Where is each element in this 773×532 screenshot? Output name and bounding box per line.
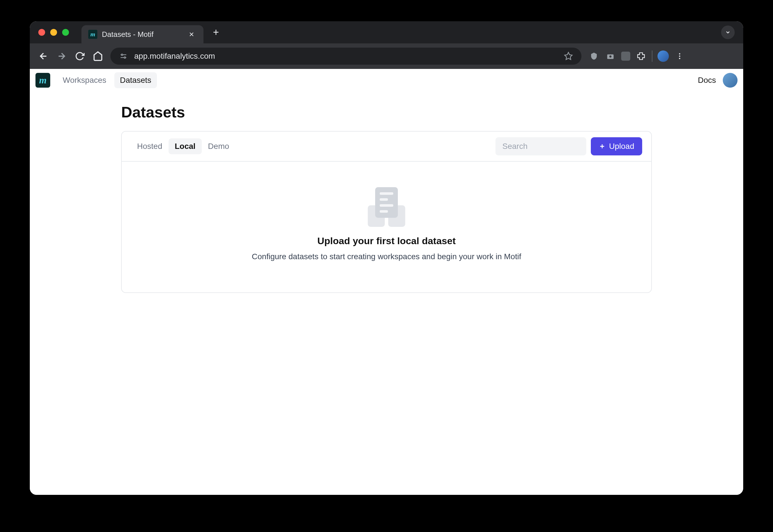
docs-link[interactable]: Docs — [698, 76, 716, 85]
datasets-panel: Hosted Local Demo Upload — [121, 131, 652, 293]
arrow-right-icon — [56, 51, 67, 61]
toolbar-divider — [652, 50, 652, 62]
close-tab-icon[interactable]: × — [187, 29, 195, 39]
back-button[interactable] — [38, 50, 49, 62]
extension-2[interactable] — [605, 50, 616, 62]
browser-tab[interactable]: m Datasets - Motif × — [81, 25, 203, 43]
camera-icon — [606, 52, 615, 60]
window-controls — [35, 29, 75, 36]
primary-nav: Workspaces Datasets — [57, 72, 157, 88]
tab-hosted[interactable]: Hosted — [131, 138, 168, 154]
user-avatar[interactable] — [723, 73, 738, 88]
extension-3[interactable] — [621, 52, 630, 61]
shield-icon — [590, 52, 598, 60]
browser-profile-avatar[interactable] — [658, 50, 669, 62]
app-header: m Workspaces Datasets Docs — [30, 69, 743, 92]
maximize-window-button[interactable] — [62, 29, 69, 36]
empty-state-icon — [366, 187, 407, 227]
minimize-window-button[interactable] — [50, 29, 57, 36]
upload-button-label: Upload — [609, 142, 634, 151]
empty-state: Upload your first local dataset Configur… — [122, 162, 651, 292]
empty-state-description: Configure datasets to start creating wor… — [252, 252, 521, 261]
search-input[interactable] — [496, 137, 586, 155]
more-vertical-icon — [676, 52, 684, 60]
nav-workspaces[interactable]: Workspaces — [57, 72, 112, 88]
page-title: Datasets — [121, 103, 652, 121]
extensions-button[interactable] — [635, 50, 647, 62]
bookmark-button[interactable] — [563, 51, 574, 61]
svg-point-5 — [124, 57, 126, 58]
tab-title: Datasets - Motif — [102, 30, 183, 39]
browser-tab-bar: m Datasets - Motif × + — [30, 21, 743, 43]
browser-menu-button[interactable] — [674, 50, 685, 62]
extension-1[interactable] — [588, 50, 600, 62]
address-bar[interactable]: app.motifanalytics.com — [110, 48, 582, 65]
site-info-icon[interactable] — [118, 51, 128, 61]
svg-point-11 — [679, 58, 681, 59]
arrow-left-icon — [38, 51, 49, 61]
reload-button[interactable] — [74, 50, 85, 62]
svg-point-4 — [121, 54, 123, 56]
forward-button[interactable] — [56, 50, 67, 62]
tune-icon — [119, 52, 128, 60]
home-icon — [93, 51, 103, 61]
svg-point-8 — [609, 56, 612, 58]
tab-list-button[interactable] — [721, 26, 735, 39]
svg-marker-6 — [565, 52, 572, 60]
close-window-button[interactable] — [38, 29, 45, 36]
new-tab-button[interactable]: + — [211, 26, 220, 38]
chevron-down-icon — [725, 29, 731, 35]
filter-tabs: Hosted Local Demo — [131, 138, 235, 154]
panel-header: Hosted Local Demo Upload — [122, 132, 651, 162]
svg-point-10 — [679, 56, 681, 57]
browser-toolbar: app.motifanalytics.com — [30, 43, 743, 69]
tab-favicon-icon: m — [88, 30, 97, 39]
browser-window: m Datasets - Motif × + app.motifanalytic… — [30, 21, 743, 495]
url-text: app.motifanalytics.com — [134, 52, 558, 61]
tab-demo[interactable]: Demo — [202, 138, 235, 154]
puzzle-icon — [637, 52, 646, 61]
home-button[interactable] — [92, 50, 104, 62]
app-logo[interactable]: m — [35, 73, 50, 88]
nav-datasets[interactable]: Datasets — [114, 72, 157, 88]
app-content: m Workspaces Datasets Docs Datasets Host… — [30, 69, 743, 495]
reload-icon — [75, 51, 85, 61]
tab-local[interactable]: Local — [168, 138, 202, 154]
plus-icon — [599, 143, 606, 150]
svg-point-9 — [679, 53, 681, 55]
star-icon — [564, 52, 573, 61]
empty-state-title: Upload your first local dataset — [317, 235, 456, 246]
toolbar-extensions — [588, 50, 685, 62]
upload-button[interactable]: Upload — [591, 137, 642, 155]
main-content: Datasets Hosted Local Demo Upload — [30, 92, 743, 495]
